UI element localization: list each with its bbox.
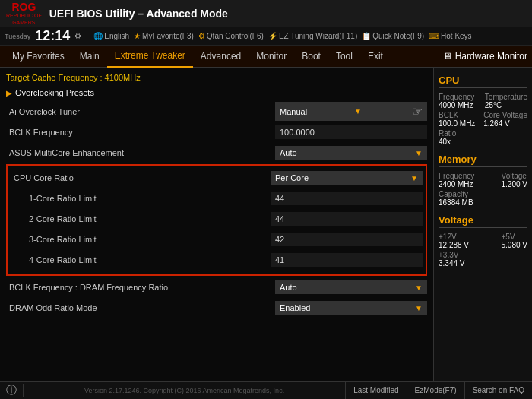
right-panel: CPU Frequency 4000 MHz Temperature 25°C … <box>433 68 532 381</box>
v12-row: +12V 12.288 V +5V 5.080 V <box>439 233 527 249</box>
toolbar: Tuesday 12:14 ⚙ 🌐 English ★ MyFavorite(F… <box>0 27 532 46</box>
3core-value-text: 42 <box>275 235 284 244</box>
toolbar-quicknote[interactable]: 📋 Quick Note(F9) <box>362 32 424 40</box>
mem-cap-label: Capacity <box>439 190 473 198</box>
cpu-freq-row: Frequency 4000 MHz Temperature 25°C <box>439 93 527 109</box>
bclk-dram-value-text: Auto <box>280 283 297 292</box>
v12-label: +12V <box>439 233 469 241</box>
v12-value: 12.288 V <box>439 241 469 249</box>
logo-area: ROG REPUBLIC OF GAMERS <box>6 1 42 26</box>
nav-monitor[interactable]: Monitor <box>249 45 294 68</box>
cpu-core-ratio-label: CPU Core Ratio <box>11 173 271 182</box>
settings-icon[interactable]: ⚙ <box>74 32 81 40</box>
mem-freq-row: Frequency 2400 MHz Voltage 1.200 V <box>439 172 527 188</box>
2core-value-text: 44 <box>275 214 284 223</box>
monitor-icon: 🖥 <box>443 51 452 62</box>
toolbar-myfavorite-label: MyFavorite(F3) <box>142 32 194 40</box>
2core-value[interactable]: 44 <box>271 212 423 226</box>
dropdown-arrow-ai: ▼ <box>354 107 362 116</box>
date-label: Tuesday <box>5 33 30 40</box>
4core-value[interactable]: 41 <box>271 253 423 267</box>
bclk-value-text: 100.0000 <box>280 128 315 137</box>
4core-value-text: 41 <box>275 255 284 264</box>
mem-cap-value: 16384 MB <box>439 198 473 207</box>
dram-odd-label: DRAM Odd Ratio Mode <box>6 303 275 312</box>
setting-row-4core: 4-Core Ratio Limit 41 <box>11 251 423 269</box>
target-cache: Target Cache Frequency : 4100MHz <box>6 73 427 82</box>
nav-bar: My Favorites Main Extreme Tweaker Advanc… <box>0 46 532 68</box>
dropdown-arrow-cpu-core: ▼ <box>410 174 418 182</box>
1core-label: 1-Core Ratio Limit <box>26 194 271 203</box>
dropdown-arrow-bclk-dram: ▼ <box>415 283 423 292</box>
1core-value-text: 44 <box>275 194 284 203</box>
cpu-temp-label: Temperature <box>485 93 527 101</box>
setting-row-2core: 2-Core Ratio Limit 44 <box>11 210 423 228</box>
cpu-group: Frequency 4000 MHz Temperature 25°C BCLK… <box>439 93 527 146</box>
cpu-corevolt-value: 1.264 V <box>483 119 527 128</box>
multicore-value[interactable]: Auto ▼ <box>275 146 427 160</box>
multicore-value-text: Auto <box>280 148 297 157</box>
nav-boot[interactable]: Boot <box>294 45 328 68</box>
section-header: ▶ Overclocking Presets <box>6 88 427 97</box>
setting-row-1core: 1-Core Ratio Limit 44 <box>11 189 423 207</box>
toolbar-ez-tuning[interactable]: ⚡ EZ Tuning Wizard(F11) <box>268 32 357 40</box>
footer: ⓘ Version 2.17.1246. Copyright (C) 2016 … <box>0 381 532 399</box>
toolbar-qfan[interactable]: ⚙ Qfan Control(F6) <box>198 32 264 40</box>
mem-volt-label: Voltage <box>502 172 527 180</box>
rog-icon: ROG <box>11 1 36 13</box>
footer-actions: Last Modified EzMode(F7) Search on FAQ <box>345 382 532 399</box>
cpu-temp-value: 25°C <box>485 101 527 109</box>
keyboard-icon: ⌨ <box>429 32 439 40</box>
setting-row-bclk: BCLK Frequency 100.0000 <box>6 123 427 141</box>
cpu-ratio-value: 40x <box>439 138 456 146</box>
4core-label: 4-Core Ratio Limit <box>26 255 271 264</box>
mem-cap-row: Capacity 16384 MB <box>439 190 527 207</box>
qfan-icon: ⚙ <box>198 32 205 40</box>
toolbar-english[interactable]: 🌐 English <box>93 32 129 40</box>
toolbar-ez-label: EZ Tuning Wizard(F11) <box>279 32 357 40</box>
bclk-dram-value[interactable]: Auto ▼ <box>275 280 427 294</box>
nav-tool[interactable]: Tool <box>328 45 360 68</box>
nav-extreme-tweaker[interactable]: Extreme Tweaker <box>107 45 193 68</box>
toolbar-myfavorite[interactable]: ★ MyFavorite(F3) <box>134 32 194 40</box>
v33-row: +3.3V 3.344 V <box>439 251 527 268</box>
3core-label: 3-Core Ratio Limit <box>26 235 271 244</box>
cursor-ai: ☞ <box>412 104 423 119</box>
1core-value[interactable]: 44 <box>271 192 423 205</box>
v5-label: +5V <box>502 233 527 241</box>
memory-section-title: Memory <box>439 154 527 167</box>
note-icon: 📋 <box>362 32 371 40</box>
search-faq-btn[interactable]: Search on FAQ <box>464 382 532 399</box>
3core-value[interactable]: 42 <box>271 233 423 246</box>
dropdown-arrow-dram-odd: ▼ <box>415 304 423 312</box>
cpu-ratio-row: Ratio 40x <box>439 129 527 146</box>
logo-line1: REPUBLIC OF <box>6 13 42 19</box>
info-button[interactable]: ⓘ <box>0 384 24 397</box>
voltage-group: +12V 12.288 V +5V 5.080 V +3.3V 3.344 V <box>439 233 527 268</box>
ai-value[interactable]: Manual ▼ ☞ <box>275 102 427 121</box>
nav-main[interactable]: Main <box>72 45 107 68</box>
cpu-bclk-row: BCLK 100.0 MHz Core Voltage 1.264 V <box>439 111 527 128</box>
nav-my-favorites[interactable]: My Favorites <box>5 45 72 68</box>
bclk-value[interactable]: 100.0000 <box>275 125 427 139</box>
cpu-core-ratio-value[interactable]: Per Core ▼ <box>271 171 423 185</box>
nav-advanced[interactable]: Advanced <box>193 45 249 68</box>
dram-odd-value[interactable]: Enabled ▼ <box>275 301 427 315</box>
mem-freq-value: 2400 MHz <box>439 180 474 188</box>
main-content: Target Cache Frequency : 4100MHz ▶ Overc… <box>0 68 532 381</box>
hw-monitor-label: Hardware Monitor <box>455 51 527 62</box>
last-modified-btn[interactable]: Last Modified <box>345 382 406 399</box>
ez-icon: ⚡ <box>268 32 277 40</box>
cpu-section-title: CPU <box>439 74 527 88</box>
cpu-corevolt-label: Core Voltage <box>483 111 527 119</box>
nav-exit[interactable]: Exit <box>360 45 391 68</box>
header: ROG REPUBLIC OF GAMERS UEFI BIOS Utility… <box>0 0 532 27</box>
ai-value-text: Manual <box>280 107 307 116</box>
toolbar-hotkeys[interactable]: ⌨ Hot Keys <box>429 32 472 40</box>
mem-volt-value: 1.200 V <box>502 180 527 188</box>
setting-row-3core: 3-Core Ratio Limit 42 <box>11 230 423 249</box>
app-title: UEFI BIOS Utility – Advanced Mode <box>49 8 526 20</box>
ez-mode-btn[interactable]: EzMode(F7) <box>407 382 464 399</box>
cpu-freq-value: 4000 MHz <box>439 101 474 109</box>
hw-monitor-nav[interactable]: 🖥 Hardware Monitor <box>443 51 527 62</box>
